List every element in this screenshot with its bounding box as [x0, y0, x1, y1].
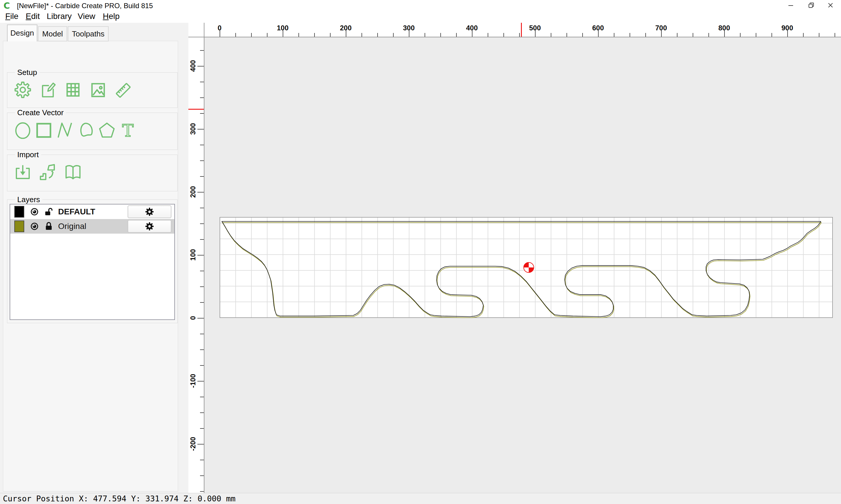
- tab-design[interactable]: Design: [7, 24, 37, 41]
- job-setup-icon: [39, 81, 57, 99]
- machine-settings-gear-button[interactable]: [14, 80, 32, 100]
- h-ruler-label: 500: [529, 24, 541, 32]
- close-button[interactable]: [821, 0, 840, 11]
- measure-ruler-icon: [114, 81, 132, 99]
- layer-row-original[interactable]: Original: [10, 219, 174, 234]
- layer-settings-button[interactable]: [127, 220, 171, 233]
- import-file-icon: [14, 163, 32, 181]
- text-tool-button[interactable]: T: [119, 121, 137, 140]
- measure-ruler-button[interactable]: [114, 80, 132, 100]
- stock-area[interactable]: [220, 217, 833, 318]
- layer-settings-button[interactable]: [127, 205, 171, 218]
- h-ruler-label: 300: [403, 24, 415, 32]
- menu-library[interactable]: Library: [47, 12, 72, 21]
- job-setup-button[interactable]: [39, 80, 57, 100]
- status-bar: Cursor Position X: 477.594 Y: 331.974 Z:…: [0, 493, 841, 504]
- layers-group-label: Layers: [15, 195, 42, 204]
- v-ruler: 4003002001000-100-200: [188, 37, 204, 493]
- layer-color-swatch[interactable]: [14, 220, 24, 232]
- h-ruler-label: 100: [277, 24, 289, 32]
- design-canvas[interactable]: [204, 37, 841, 493]
- title-bar: C [NewFile]* - Carbide Create PRO, Build…: [0, 0, 841, 11]
- svg-text:T: T: [122, 121, 134, 139]
- layers-group: Layers DEFAULT: [7, 199, 177, 323]
- v-ruler-label: 300: [189, 123, 197, 135]
- restore-icon: [808, 2, 815, 9]
- design-library-button[interactable]: [64, 162, 82, 182]
- setup-group-label: Setup: [15, 68, 39, 77]
- h-ruler-label: 400: [466, 24, 478, 32]
- curve-tool-button[interactable]: [77, 121, 95, 140]
- circle-tool-button[interactable]: [14, 121, 32, 140]
- menu-view[interactable]: View: [78, 12, 95, 21]
- sidebar: Design Model Toolpaths Setup: [0, 23, 188, 493]
- cursor-position-text: Cursor Position X: 477.594 Y: 331.974 Z:…: [3, 494, 236, 503]
- import-group-label: Import: [15, 150, 41, 159]
- polygon-icon: [98, 121, 116, 139]
- minimize-icon: [787, 2, 794, 9]
- v-ruler-label: -100: [189, 374, 197, 388]
- grid-button[interactable]: [64, 80, 82, 100]
- text-icon: T: [119, 121, 137, 139]
- v-ruler-label: -200: [189, 437, 197, 451]
- gear-icon: [145, 207, 154, 216]
- create-vector-group-label: Create Vector: [15, 108, 66, 117]
- rectangle-icon: [35, 121, 53, 139]
- polyline-icon: [56, 121, 74, 139]
- layer-name: DEFAULT: [58, 207, 95, 216]
- h-ruler-label: 0: [218, 24, 221, 32]
- restore-button[interactable]: [802, 0, 821, 11]
- minimize-button[interactable]: [782, 0, 800, 11]
- locked-icon[interactable]: [44, 222, 53, 231]
- cursor-y-indicator: [188, 109, 204, 110]
- menu-bar: File Edit Library View Help: [0, 11, 841, 23]
- polyline-tool-button[interactable]: [56, 121, 74, 140]
- original-layer-outline[interactable]: [222, 222, 821, 318]
- v-ruler-label: 100: [189, 249, 197, 261]
- setup-group: Setup: [7, 72, 177, 108]
- import-group: Import: [7, 155, 177, 191]
- v-ruler-label: 200: [189, 186, 197, 198]
- machine-settings-gear-icon: [14, 81, 32, 99]
- curve-icon: [77, 121, 95, 139]
- v-ruler-label: 0: [189, 316, 197, 320]
- menu-file[interactable]: File: [5, 12, 18, 21]
- h-ruler-label: 700: [655, 24, 667, 32]
- layer-list: DEFAULT Original: [10, 204, 175, 320]
- h-ruler-label: 200: [340, 24, 351, 32]
- menu-help[interactable]: Help: [103, 12, 120, 21]
- menu-edit[interactable]: Edit: [26, 12, 40, 21]
- import-file-button[interactable]: [14, 162, 32, 182]
- layer-name: Original: [58, 222, 86, 231]
- trace-image-button[interactable]: [39, 162, 57, 182]
- default-layer-outline[interactable]: [222, 221, 821, 317]
- h-ruler-label: 600: [592, 24, 604, 32]
- design-library-icon: [64, 163, 82, 181]
- tab-model[interactable]: Model: [38, 26, 67, 41]
- visibility-eye-icon[interactable]: [30, 222, 39, 231]
- unlocked-icon[interactable]: [44, 207, 53, 216]
- polygon-tool-button[interactable]: [98, 121, 116, 140]
- h-ruler-label: 800: [718, 24, 730, 32]
- layer-row-default[interactable]: DEFAULT: [10, 204, 174, 219]
- ruler-corner-box: [188, 23, 204, 37]
- grid-icon: [64, 81, 82, 99]
- visibility-eye-icon[interactable]: [30, 208, 39, 216]
- trace-image-icon: [39, 163, 57, 181]
- stock-center-marker: [524, 263, 534, 273]
- tab-toolpaths[interactable]: Toolpaths: [68, 26, 109, 41]
- background-image-button[interactable]: [89, 80, 107, 100]
- h-ruler: 0100200300400500600700800900: [204, 23, 841, 37]
- app-logo-icon: C: [3, 1, 10, 11]
- background-image-icon: [89, 81, 107, 99]
- window-title: [NewFile]* - Carbide Create PRO, Build 8…: [17, 2, 153, 10]
- h-ruler-label: 900: [782, 24, 793, 32]
- close-icon: [827, 2, 834, 9]
- create-vector-group: Create Vector: [7, 112, 177, 150]
- gear-icon: [145, 222, 154, 231]
- layer-color-swatch[interactable]: [14, 206, 24, 218]
- cursor-x-indicator: [521, 23, 522, 37]
- rectangle-tool-button[interactable]: [35, 121, 53, 140]
- circle-icon: [14, 121, 32, 139]
- v-ruler-label: 400: [189, 60, 197, 72]
